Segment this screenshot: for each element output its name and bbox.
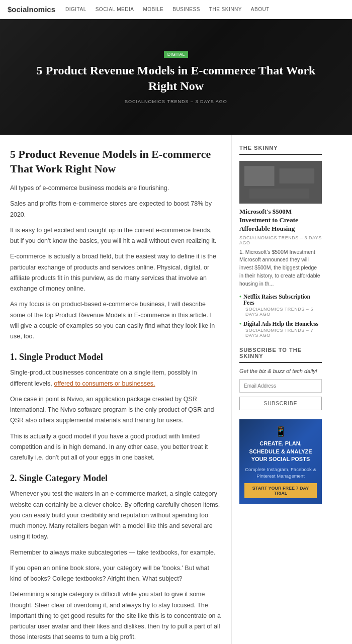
sidebar-bullet-2: Digital Ads Help the Homeless Socialnomi… bbox=[239, 321, 322, 338]
article-para-3: It is easy to get excited and caught up … bbox=[10, 225, 221, 247]
svg-rect-3 bbox=[249, 189, 309, 199]
nav-link-business[interactable]: Business bbox=[172, 7, 200, 12]
hero-meta-sep: – bbox=[191, 99, 194, 104]
sidebar-bullet-2-meta: Socialnomics Trends – 7 Days Ago bbox=[239, 328, 322, 338]
sidebar-bullet-1: Netflix Raises Subscription Fees Socialn… bbox=[239, 294, 322, 317]
sidebar-featured-excerpt: 1. Microsoft's $500M Investment Microsof… bbox=[239, 248, 322, 288]
nav-link-skinny[interactable]: The Skinny bbox=[209, 7, 242, 12]
section-1-para-2: One case in point is Nvivo, an applicati… bbox=[10, 394, 221, 426]
sidebar-featured-image bbox=[239, 161, 322, 204]
article-column: 5 Product Revenue Models in E-commerce T… bbox=[0, 135, 231, 644]
section-1-link[interactable]: offered to consumers or businesses. bbox=[54, 380, 155, 387]
ad-banner-cta[interactable]: Start Your Free 7 Day Trial bbox=[244, 483, 317, 498]
hero-content: Digital 5 Product Revenue Models in E-co… bbox=[0, 50, 352, 104]
svg-rect-2 bbox=[280, 168, 315, 183]
section-heading-1: 1. Single Product Model bbox=[10, 352, 221, 362]
subscribe-title: Subscribe to The Skinny bbox=[239, 347, 322, 363]
hero-meta: Socialnomics Trends – 3 Days Ago bbox=[30, 99, 322, 104]
subscribe-tagline: Get the biz & buzz of tech daily! bbox=[239, 368, 322, 374]
section-2-para-3: If you open an online book store, your c… bbox=[10, 563, 221, 585]
subscribe-email-input[interactable] bbox=[239, 379, 322, 393]
nav-link-digital[interactable]: Digital bbox=[65, 7, 86, 12]
nav-links: Digital Social Media Mobile Business The… bbox=[65, 7, 270, 12]
svg-rect-1 bbox=[244, 166, 275, 186]
sidebar-featured-sep: – bbox=[300, 235, 303, 240]
hero-title: 5 Product Revenue Models in E-commerce T… bbox=[30, 63, 322, 94]
main-layout: 5 Product Revenue Models in E-commerce T… bbox=[0, 135, 352, 644]
section-2-para-4: Determining a single category is difficu… bbox=[10, 589, 221, 642]
hero-meta-time: 3 Days Ago bbox=[196, 99, 227, 104]
section-1-para-1: Single-product businesses concentrate on… bbox=[10, 367, 221, 389]
sidebar: The Skinny Microsoft's $500M Investment … bbox=[231, 135, 329, 644]
article-para-1: All types of e-commerce business models … bbox=[10, 183, 221, 194]
ad-banner: 📱 Create, Plan, Schedule & Analyze Your … bbox=[239, 419, 322, 504]
navigation: $ocialnomics Digital Social Media Mobile… bbox=[0, 0, 352, 19]
sidebar-bullet-1-title[interactable]: Netflix Raises Subscription Fees bbox=[239, 294, 322, 306]
article-para-2: Sales and profits from e-commerce stores… bbox=[10, 199, 221, 220]
ad-banner-subtitle: Complete Instagram, Facebook & Pinterest… bbox=[244, 466, 317, 480]
nav-link-about[interactable]: About bbox=[251, 7, 270, 12]
hero-tag: Digital bbox=[164, 51, 188, 58]
hero-section: Digital 5 Product Revenue Models in E-co… bbox=[0, 19, 352, 135]
ad-banner-title: Create, Plan, Schedule & Analyze Your So… bbox=[244, 440, 317, 463]
section-2-para-2: Remember to always make subcategories — … bbox=[10, 547, 221, 558]
section-heading-2: 2. Single Category Model bbox=[10, 473, 221, 484]
nav-link-social[interactable]: Social Media bbox=[96, 7, 134, 12]
sidebar-bullet-1-meta: Socialnomics Trends – 5 Days Ago bbox=[239, 307, 322, 317]
sidebar-featured-source: Socialnomics Trends bbox=[239, 235, 299, 240]
subscribe-button[interactable]: Subscribe bbox=[239, 397, 322, 410]
article-main-title: 5 Product Revenue Models in E-commerce T… bbox=[10, 147, 221, 176]
nav-link-mobile[interactable]: Mobile bbox=[143, 7, 163, 12]
section-2-para-1: Whenever you test the waters in an e-com… bbox=[10, 489, 221, 542]
sidebar-skinny-title: The Skinny bbox=[239, 145, 322, 155]
section-1-para-3: This is actually a good model if you hav… bbox=[10, 431, 221, 464]
sidebar-featured-title[interactable]: Microsoft's $500M Investment to Create A… bbox=[239, 208, 322, 233]
ad-banner-icon: 📱 bbox=[244, 425, 317, 437]
subscribe-section: Subscribe to The Skinny Get the biz & bu… bbox=[239, 347, 322, 410]
hero-meta-source: Socialnomics Trends bbox=[125, 99, 189, 104]
article-para-4: E-commerce is actually a broad field, bu… bbox=[10, 251, 221, 294]
article-para-5: As my focus is on product-based e-commer… bbox=[10, 299, 221, 342]
sidebar-featured-meta: Socialnomics Trends – 3 Days Ago bbox=[239, 235, 322, 245]
site-logo[interactable]: $ocialnomics bbox=[8, 5, 55, 14]
sidebar-bullet-2-title[interactable]: Digital Ads Help the Homeless bbox=[239, 321, 322, 327]
